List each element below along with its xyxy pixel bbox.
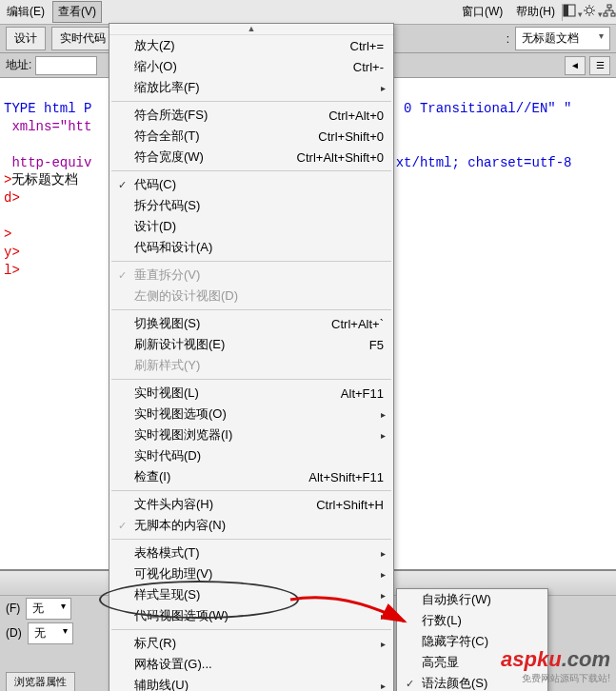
svg-point-2 (586, 8, 592, 13)
menu-zoom-ratio[interactable]: 缩放比率(F)▸ (109, 77, 393, 98)
code-text: 无标题文档 (11, 172, 78, 188)
gear-icon[interactable] (583, 4, 603, 20)
code-text: > (4, 227, 11, 242)
menu-view[interactable]: 查看(V) (52, 1, 102, 23)
code-text: TYPE html P (4, 101, 91, 116)
svg-rect-3 (607, 5, 611, 8)
menu-design[interactable]: 设计(D) (109, 216, 393, 237)
submenu-hidden-chars[interactable]: 隐藏字符(C) (397, 631, 547, 652)
menubar: 编辑(E) 查看(V) 窗口(W) 帮助(H) (0, 0, 616, 25)
code-text: xmlns="htt (4, 119, 91, 134)
menu-zoom-in[interactable]: 放大(Z)Ctrl+= (109, 35, 393, 56)
id-field[interactable]: 无 (28, 622, 73, 644)
code-view-options-submenu: 自动换行(W) 行数(L) 隐藏字符(C) 高亮显 ✓语法颜色(S) (396, 588, 548, 691)
menu-inspect[interactable]: 检查(I)Alt+Shift+F11 (109, 466, 393, 487)
list-icon[interactable]: ☰ (589, 56, 610, 75)
menu-code-and-design[interactable]: 代码和设计(A) (109, 237, 393, 258)
menu-fit-all[interactable]: 符合全部(T)Ctrl+Shift+0 (109, 126, 393, 147)
menu-live-view[interactable]: 实时视图(L)Alt+F11 (109, 383, 393, 404)
menu-fit-width[interactable]: 符合宽度(W)Ctrl+Alt+Shift+0 (109, 147, 393, 168)
menu-file-header[interactable]: 文件头内容(H)Ctrl+Shift+H (109, 494, 393, 515)
menu-noscript[interactable]: ✓无脚本的内容(N) (109, 515, 393, 536)
code-text: d> (4, 190, 20, 206)
address-input[interactable] (35, 56, 97, 75)
scroll-up-icon[interactable]: ▲ (109, 24, 393, 35)
address-label: 地址: (6, 57, 31, 73)
check-icon: ✓ (109, 520, 134, 532)
menu-separator (111, 539, 391, 540)
menu-code[interactable]: ✓代码(C) (109, 174, 393, 195)
code-text: http-equiv (4, 155, 91, 170)
menu-live-code[interactable]: 实时代码(D) (109, 445, 393, 466)
menu-window[interactable]: 窗口(W) (456, 1, 508, 23)
menu-switch-view[interactable]: 切换视图(S)Ctrl+Alt+` (109, 313, 393, 334)
menu-separator (111, 629, 391, 630)
menu-separator (111, 261, 391, 262)
check-icon: ✓ (109, 179, 134, 191)
layout-switch-icon[interactable] (563, 4, 583, 20)
format-label: (F) (6, 602, 20, 615)
view-menu-dropdown: ▲ 放大(Z)Ctrl+= 缩小(O)Ctrl+- 缩放比率(F)▸ 符合所选(… (109, 23, 394, 691)
code-text: 0 Transitional//EN" " (404, 101, 571, 116)
menu-separator (111, 309, 391, 310)
tab-browser-properties[interactable]: 浏览器属性 (6, 672, 75, 691)
code-text: xt/html; charset=utf-8 (396, 155, 572, 170)
svg-rect-4 (604, 13, 607, 16)
menu-refresh-styles: 刷新样式(Y) (109, 355, 393, 376)
document-title-field[interactable]: 无标题文档 (515, 27, 610, 50)
menu-grid-settings[interactable]: 网格设置(G)... (109, 654, 393, 675)
format-field[interactable]: 无 (26, 598, 71, 620)
check-icon: ✓ (109, 269, 134, 282)
menu-aux-lines[interactable]: 辅助线(U)▸ (109, 675, 393, 691)
submenu-syntax-colors[interactable]: ✓语法颜色(S) (397, 673, 547, 691)
menu-rulers[interactable]: 标尺(R)▸ (109, 633, 393, 654)
design-button[interactable]: 设计 (6, 27, 46, 50)
menu-fit-selection[interactable]: 符合所选(FS)Ctrl+Alt+0 (109, 105, 393, 126)
menu-vsplit: ✓垂直拆分(V) (109, 265, 393, 286)
menu-separator (111, 490, 391, 491)
menu-refresh-design[interactable]: 刷新设计视图(E)F5 (109, 334, 393, 355)
code-text: l> (4, 263, 20, 278)
svg-rect-1 (564, 5, 568, 16)
menu-live-view-browsers[interactable]: 实时视图浏览器(I)▸ (109, 424, 393, 445)
code-text: y> (4, 245, 20, 260)
svg-rect-5 (611, 13, 615, 16)
menu-edit[interactable]: 编辑(E) (1, 1, 50, 23)
menu-help[interactable]: 帮助(H) (510, 1, 561, 23)
menu-left-design: 左侧的设计视图(D) (109, 286, 393, 306)
title-label: : (507, 32, 509, 46)
menu-live-view-options[interactable]: 实时视图选项(O)▸ (109, 404, 393, 424)
menu-separator (111, 101, 391, 102)
check-icon: ✓ (397, 678, 422, 690)
submenu-highlight[interactable]: 高亮显 (397, 652, 547, 673)
menu-separator (111, 379, 391, 380)
menu-visual-aid[interactable]: 可视化助理(V)▸ (109, 563, 393, 584)
id-label: (D) (6, 626, 22, 640)
submenu-line-numbers[interactable]: 行数(L) (397, 610, 547, 631)
menu-table-mode[interactable]: 表格模式(T)▸ (109, 543, 393, 563)
nav-back-icon[interactable]: ◄ (565, 56, 586, 75)
structure-icon[interactable] (603, 4, 616, 20)
menu-code-view-options[interactable]: 代码视图选项(W)▸ (109, 605, 393, 626)
menu-style-rendering[interactable]: 样式呈现(S)▸ (109, 584, 393, 605)
menu-split-code[interactable]: 拆分代码(S) (109, 195, 393, 216)
realtime-code-button[interactable]: 实时代码 (51, 27, 114, 50)
submenu-word-wrap[interactable]: 自动换行(W) (397, 589, 547, 610)
menu-separator (111, 170, 391, 171)
menu-zoom-out[interactable]: 缩小(O)Ctrl+- (109, 56, 393, 77)
